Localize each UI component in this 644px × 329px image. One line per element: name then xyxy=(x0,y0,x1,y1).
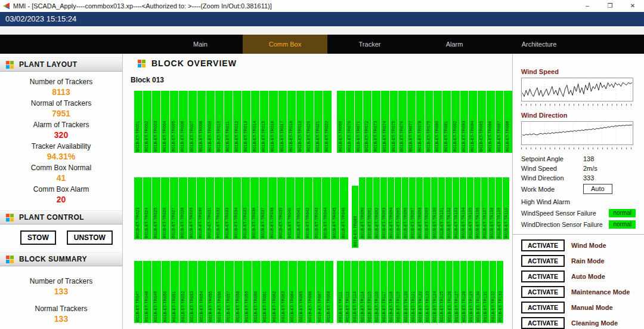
tracker-bar[interactable]: B01B-ET-TR041 xyxy=(295,177,304,239)
tracker-bar[interactable]: B01B-ET-TR091 xyxy=(366,177,373,239)
tracker-bar[interactable]: B01B-ET-TR009 xyxy=(206,91,215,153)
tracker-bar[interactable]: B01B-ET-TR097 xyxy=(409,177,416,239)
tab-alarm[interactable]: Alarm xyxy=(412,35,497,54)
tracker-bar[interactable]: B01B-ET-TR035 xyxy=(242,177,250,239)
tracker-bar[interactable]: B01B-ET-TR008 xyxy=(197,91,206,153)
tracker-bar[interactable]: B01B-ET-TR084 xyxy=(469,91,477,153)
tracker-bar[interactable]: B01B-ET-TR120 xyxy=(402,261,409,323)
tracker-bar[interactable]: B01B-ET-TR033 xyxy=(224,177,232,239)
tracker-bar[interactable]: B01B-ET-TR112 xyxy=(344,261,351,323)
tracker-bar[interactable]: B01B-ET-TR027 xyxy=(170,177,178,239)
minimize-icon[interactable]: – xyxy=(576,0,599,12)
tracker-bar[interactable]: B01B-ET-TR025 xyxy=(152,177,160,239)
activate-wind-mode-button[interactable]: ACTIVATE xyxy=(521,239,565,251)
tracker-bar[interactable]: B01B-ET-TR074 xyxy=(381,91,389,153)
tracker-bar[interactable]: B01B-ET-TR020 xyxy=(305,91,314,153)
tracker-bar[interactable]: B01B-ET-TR040 xyxy=(286,177,295,239)
tracker-bar[interactable]: B01B-ET-TR034 xyxy=(233,177,241,239)
tracker-bar[interactable]: B01B-ET-TR102 xyxy=(445,177,452,239)
tracker-bar[interactable]: B01B-ET-TR061 xyxy=(261,261,270,323)
tracker-bar[interactable]: B01B-ET-TR006 xyxy=(179,91,187,153)
tracker-bar[interactable]: B01B-ET-TR129 xyxy=(467,261,474,323)
tracker-bar[interactable]: B01B-ET-TR067 xyxy=(316,261,324,323)
activate-auto-mode-button[interactable]: ACTIVATE xyxy=(521,270,565,282)
maximize-icon[interactable]: ❐ xyxy=(599,0,621,12)
tracker-bar[interactable]: B01B-ET-TR105 xyxy=(467,177,473,239)
tracker-bar[interactable]: B01B-ET-TR065 xyxy=(298,261,306,323)
tracker-bar[interactable]: B01B-ET-TR122 xyxy=(417,261,423,323)
tracker-bar[interactable]: B01B-ET-TR077 xyxy=(407,91,416,153)
tracker-bar[interactable]: B01B-ET-TR049 xyxy=(152,261,160,323)
tracker-bar[interactable]: B01B-ET-TR023 xyxy=(134,177,143,239)
tracker-bar[interactable]: B01B-ET-TR047 xyxy=(134,261,143,323)
tracker-bar[interactable]: B01B-ET-TR073 xyxy=(372,91,380,153)
tracker-bar[interactable]: B01B-ET-TR130 xyxy=(475,261,481,323)
tracker-bar[interactable]: B01B-ET-TR026 xyxy=(161,177,169,239)
close-icon[interactable]: ✕ xyxy=(621,0,644,12)
tracker-bar[interactable]: B01B-ET-TR098 xyxy=(416,177,423,239)
tracker-bar[interactable]: B01B-ET-TR121 xyxy=(410,261,416,323)
tracker-bar[interactable]: B01B-ET-TR079 xyxy=(425,91,434,153)
activate-maintenance-mode-button[interactable]: ACTIVATE xyxy=(521,286,565,298)
work-mode-select[interactable]: Auto xyxy=(583,184,612,194)
tracker-bar[interactable]: B01B-ET-TR048 xyxy=(143,261,151,323)
tracker-bar[interactable]: B01B-ET-TR028 xyxy=(179,177,187,239)
tracker-bar[interactable]: B01B-ET-TR039 xyxy=(277,177,286,239)
tracker-bar[interactable]: B01B-ET-TR099 xyxy=(423,177,430,239)
tracker-bar[interactable]: B01B-ET-TR052 xyxy=(179,261,188,323)
tracker-bar[interactable]: B01B-ET-TR031 xyxy=(206,177,214,239)
tracker-bar[interactable]: B01B-ET-TR109 xyxy=(496,177,502,239)
tracker-bar[interactable]: B01B-ET-TR100 xyxy=(431,177,438,239)
tracker-bar[interactable]: B01B-ET-TR021 xyxy=(314,91,323,153)
tracker-bar[interactable]: B01B-ET-TR024 xyxy=(143,177,151,239)
tracker-bar[interactable]: B01B-ET-TR116 xyxy=(373,261,380,323)
activate-rain-mode-button[interactable]: ACTIVATE xyxy=(521,255,565,267)
tracker-bar[interactable]: B01B-ET-TR032 xyxy=(215,177,223,239)
tab-tracker[interactable]: Tracker xyxy=(327,35,412,54)
tracker-bar[interactable]: B01B-ET-TR050 xyxy=(162,261,170,323)
tracker-bar[interactable]: B01B-ET-TR005 xyxy=(170,91,178,153)
stow-button[interactable]: STOW xyxy=(20,230,56,245)
tracker-bar[interactable]: B01B-ET-TR068 xyxy=(325,261,333,323)
tracker-bar[interactable]: B01B-ET-TR022 xyxy=(323,91,332,153)
tracker-bar[interactable]: B01B-ET-TR064 xyxy=(289,261,297,323)
tab-main[interactable]: Main xyxy=(158,35,243,54)
tracker-bar[interactable]: B01B-ET-TR101 xyxy=(438,177,445,239)
tracker-bar[interactable]: B01B-ET-TR003 xyxy=(152,91,160,153)
tracker-bar[interactable]: B01B-ET-TR111 xyxy=(337,261,343,323)
unstow-button[interactable]: UNSTOW xyxy=(67,230,113,245)
tracker-bar[interactable]: B01B-ET-TR036 xyxy=(250,177,259,239)
tracker-bar[interactable]: B01B-ET-TR055 xyxy=(207,261,215,323)
tracker-bar[interactable]: B01B-ET-TR081 xyxy=(442,91,451,153)
tracker-bar[interactable]: B01B-ET-TR093 xyxy=(380,177,387,239)
tracker-bar[interactable]: B01B-ET-TR103 xyxy=(453,177,459,239)
tracker-bar[interactable]: B01B-ET-TR107 xyxy=(481,177,488,239)
tracker-bar[interactable]: B01B-ET-TR115 xyxy=(366,261,373,323)
tracker-bar[interactable]: B01B-ET-TR080 xyxy=(434,91,442,153)
tracker-bar[interactable]: B01B-ET-TR069 xyxy=(337,91,345,153)
tracker-bar[interactable]: B01B-ET-TR051 xyxy=(171,261,179,323)
tracker-bar[interactable]: B01B-ET-TR037 xyxy=(259,177,268,239)
tracker-bar[interactable]: B01B-ET-TR054 xyxy=(198,261,206,323)
tracker-bar[interactable]: B01B-ET-TR012 xyxy=(233,91,242,153)
tracker-bar[interactable]: B01B-ET-TR056 xyxy=(216,261,224,323)
tracker-bar[interactable]: B01B-ET-TR013 xyxy=(242,91,250,153)
tracker-bar[interactable]: B01B-ET-TR113 xyxy=(351,261,358,323)
tracker-bar[interactable]: B01B-ET-TR001 xyxy=(134,91,143,153)
tracker-bar[interactable]: B01B-ET-TR110 xyxy=(503,177,509,239)
tracker-bar[interactable]: B01B-ET-TR007 xyxy=(188,91,197,153)
tracker-bar[interactable]: B01B-ET-TR062 xyxy=(271,261,279,323)
tracker-bar[interactable]: B01B-ET-TR002 xyxy=(143,91,151,153)
tracker-bar[interactable]: B01B-ET-TR104 xyxy=(460,177,466,239)
tracker-bar[interactable]: B01B-ET-TR092 xyxy=(373,177,380,239)
tracker-bar[interactable]: B01B-ET-TR029 xyxy=(188,177,196,239)
tab-comm-box[interactable]: Comm Box xyxy=(243,35,327,54)
tracker-bar[interactable]: B01B-ET-TR126 xyxy=(446,261,453,323)
activate-manual-mode-button[interactable]: ACTIVATE xyxy=(521,302,565,313)
tracker-bar[interactable]: B01B-ET-TR057 xyxy=(225,261,233,323)
tracker-bar[interactable]: B01B-ET-TR053 xyxy=(188,261,197,323)
tracker-bar[interactable]: B01B-ET-TR128 xyxy=(460,261,467,323)
tracker-bar[interactable]: B01B-ET-TR087 xyxy=(496,91,504,153)
tracker-bar[interactable]: B01B-ET-TR046 xyxy=(340,177,348,239)
tracker-bar[interactable]: B01B-ET-TR066 xyxy=(306,261,315,323)
